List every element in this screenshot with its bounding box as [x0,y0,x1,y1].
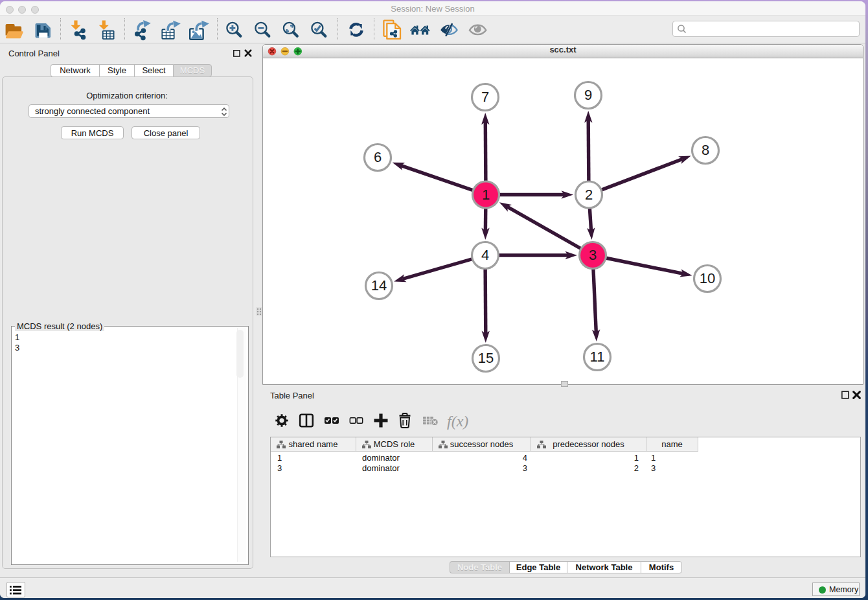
svg-text:10: 10 [700,270,715,286]
svg-text:2: 2 [585,187,593,203]
svg-text:8: 8 [702,142,709,158]
svg-text:f(x): f(x) [447,413,468,430]
svg-text:1: 1 [482,187,490,203]
svg-text:14: 14 [371,277,387,294]
svg-text:7: 7 [481,89,489,105]
svg-text:3: 3 [589,247,597,263]
svg-text:9: 9 [584,87,592,103]
svg-text:4: 4 [481,247,489,263]
svg-text:11: 11 [590,349,605,365]
svg-text:15: 15 [478,350,494,366]
svg-text:6: 6 [374,149,382,165]
